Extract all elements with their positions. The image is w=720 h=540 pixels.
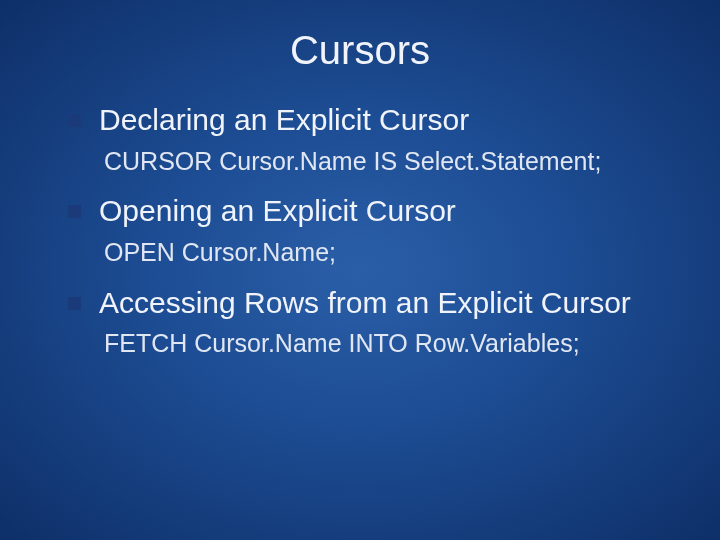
item-subtext: OPEN Cursor.Name;: [104, 236, 680, 270]
square-bullet-icon: [68, 205, 81, 218]
item-heading: Opening an Explicit Cursor: [99, 192, 456, 230]
list-item: Accessing Rows from an Explicit Cursor F…: [40, 284, 680, 361]
heading-row: Declaring an Explicit Cursor: [68, 101, 680, 139]
square-bullet-icon: [68, 297, 81, 310]
item-subtext: FETCH Cursor.Name INTO Row.Variables;: [104, 327, 680, 361]
list-item: Declaring an Explicit Cursor CURSOR Curs…: [40, 101, 680, 178]
heading-row: Opening an Explicit Cursor: [68, 192, 680, 230]
square-bullet-icon: [68, 114, 81, 127]
list-item: Opening an Explicit Cursor OPEN Cursor.N…: [40, 192, 680, 269]
item-heading: Declaring an Explicit Cursor: [99, 101, 469, 139]
heading-row: Accessing Rows from an Explicit Cursor: [68, 284, 680, 322]
slide: Cursors Declaring an Explicit Cursor CUR…: [0, 0, 720, 540]
item-heading: Accessing Rows from an Explicit Cursor: [99, 284, 631, 322]
page-title: Cursors: [40, 28, 680, 73]
item-subtext: CURSOR Cursor.Name IS Select.Statement;: [104, 145, 680, 179]
